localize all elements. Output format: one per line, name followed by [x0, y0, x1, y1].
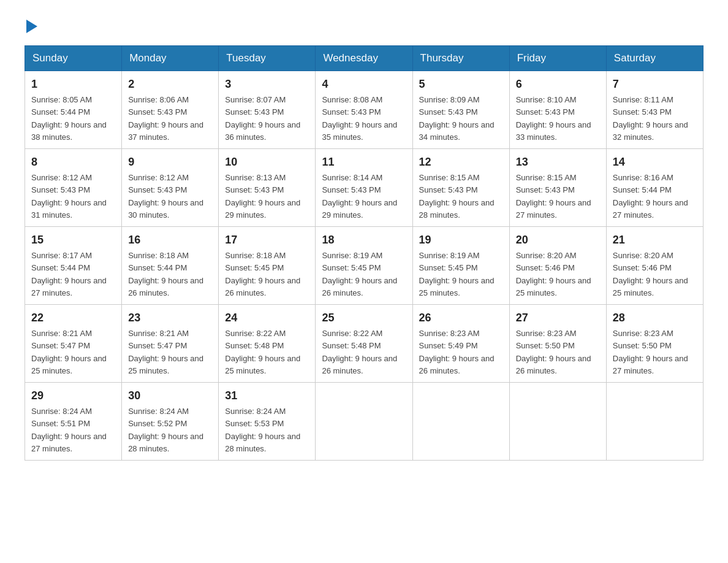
- day-info: Sunrise: 8:16 AMSunset: 5:44 PMDaylight:…: [613, 173, 688, 220]
- header-tuesday: Tuesday: [219, 46, 316, 71]
- day-number: 23: [128, 310, 212, 326]
- calendar-cell: 31 Sunrise: 8:24 AMSunset: 5:53 PMDaylig…: [219, 383, 316, 461]
- day-info: Sunrise: 8:19 AMSunset: 5:45 PMDaylight:…: [322, 251, 397, 297]
- day-info: Sunrise: 8:12 AMSunset: 5:43 PMDaylight:…: [128, 173, 203, 220]
- day-number: 8: [31, 154, 115, 170]
- calendar-cell: [606, 383, 703, 461]
- calendar-cell: 3 Sunrise: 8:07 AMSunset: 5:43 PMDayligh…: [219, 71, 316, 149]
- calendar-cell: 28 Sunrise: 8:23 AMSunset: 5:50 PMDaylig…: [606, 305, 703, 383]
- header-wednesday: Wednesday: [316, 46, 412, 71]
- calendar-cell: 11 Sunrise: 8:14 AMSunset: 5:43 PMDaylig…: [316, 149, 412, 227]
- day-info: Sunrise: 8:06 AMSunset: 5:43 PMDaylight:…: [128, 95, 203, 142]
- calendar-cell: 29 Sunrise: 8:24 AMSunset: 5:51 PMDaylig…: [25, 383, 122, 461]
- day-number: 9: [128, 154, 212, 170]
- calendar-cell: 1 Sunrise: 8:05 AMSunset: 5:44 PMDayligh…: [25, 71, 122, 149]
- calendar-cell: 23 Sunrise: 8:21 AMSunset: 5:47 PMDaylig…: [122, 305, 219, 383]
- calendar-week-1: 1 Sunrise: 8:05 AMSunset: 5:44 PMDayligh…: [25, 71, 703, 149]
- day-info: Sunrise: 8:19 AMSunset: 5:45 PMDaylight:…: [419, 251, 495, 297]
- calendar-week-4: 22 Sunrise: 8:21 AMSunset: 5:47 PMDaylig…: [25, 305, 703, 383]
- day-info: Sunrise: 8:23 AMSunset: 5:50 PMDaylight:…: [516, 329, 591, 375]
- day-info: Sunrise: 8:08 AMSunset: 5:43 PMDaylight:…: [322, 95, 397, 142]
- day-number: 13: [516, 154, 600, 170]
- day-info: Sunrise: 8:21 AMSunset: 5:47 PMDaylight:…: [128, 329, 203, 375]
- day-info: Sunrise: 8:17 AMSunset: 5:44 PMDaylight:…: [31, 251, 107, 297]
- calendar-cell: 20 Sunrise: 8:20 AMSunset: 5:46 PMDaylig…: [509, 227, 606, 305]
- calendar-table: SundayMondayTuesdayWednesdayThursdayFrid…: [25, 45, 703, 461]
- calendar-cell: 14 Sunrise: 8:16 AMSunset: 5:44 PMDaylig…: [606, 149, 703, 227]
- header-sunday: Sunday: [25, 46, 122, 71]
- calendar-cell: 15 Sunrise: 8:17 AMSunset: 5:44 PMDaylig…: [25, 227, 122, 305]
- calendar-cell: 13 Sunrise: 8:15 AMSunset: 5:43 PMDaylig…: [509, 149, 606, 227]
- day-number: 15: [31, 232, 115, 248]
- calendar-cell: 7 Sunrise: 8:11 AMSunset: 5:43 PMDayligh…: [606, 71, 703, 149]
- day-number: 7: [613, 76, 697, 93]
- day-info: Sunrise: 8:14 AMSunset: 5:43 PMDaylight:…: [322, 173, 397, 220]
- day-number: 30: [128, 388, 212, 404]
- calendar-cell: 2 Sunrise: 8:06 AMSunset: 5:43 PMDayligh…: [122, 71, 219, 149]
- calendar-week-5: 29 Sunrise: 8:24 AMSunset: 5:51 PMDaylig…: [25, 383, 703, 461]
- day-number: 3: [225, 76, 309, 93]
- calendar-cell: 5 Sunrise: 8:09 AMSunset: 5:43 PMDayligh…: [412, 71, 509, 149]
- calendar-cell: 19 Sunrise: 8:19 AMSunset: 5:45 PMDaylig…: [412, 227, 509, 305]
- day-info: Sunrise: 8:23 AMSunset: 5:49 PMDaylight:…: [419, 329, 495, 375]
- logo: [25, 18, 37, 33]
- calendar-cell: 17 Sunrise: 8:18 AMSunset: 5:45 PMDaylig…: [219, 227, 316, 305]
- calendar-cell: [316, 383, 412, 461]
- calendar-cell: 12 Sunrise: 8:15 AMSunset: 5:43 PMDaylig…: [412, 149, 509, 227]
- day-number: 25: [322, 310, 406, 326]
- calendar-cell: 22 Sunrise: 8:21 AMSunset: 5:47 PMDaylig…: [25, 305, 122, 383]
- day-info: Sunrise: 8:12 AMSunset: 5:43 PMDaylight:…: [31, 173, 107, 220]
- day-info: Sunrise: 8:22 AMSunset: 5:48 PMDaylight:…: [225, 329, 300, 375]
- header-saturday: Saturday: [606, 46, 703, 71]
- header-thursday: Thursday: [412, 46, 509, 71]
- calendar-cell: 26 Sunrise: 8:23 AMSunset: 5:49 PMDaylig…: [412, 305, 509, 383]
- day-info: Sunrise: 8:21 AMSunset: 5:47 PMDaylight:…: [31, 329, 107, 375]
- day-number: 29: [31, 388, 115, 404]
- calendar-cell: 18 Sunrise: 8:19 AMSunset: 5:45 PMDaylig…: [316, 227, 412, 305]
- day-number: 12: [419, 154, 503, 170]
- day-info: Sunrise: 8:18 AMSunset: 5:44 PMDaylight:…: [128, 251, 203, 297]
- calendar-week-2: 8 Sunrise: 8:12 AMSunset: 5:43 PMDayligh…: [25, 149, 703, 227]
- day-number: 1: [31, 76, 115, 93]
- calendar-cell: 4 Sunrise: 8:08 AMSunset: 5:43 PMDayligh…: [316, 71, 412, 149]
- day-number: 21: [613, 232, 697, 248]
- day-number: 2: [128, 76, 212, 93]
- day-info: Sunrise: 8:07 AMSunset: 5:43 PMDaylight:…: [225, 95, 300, 142]
- day-info: Sunrise: 8:05 AMSunset: 5:44 PMDaylight:…: [31, 95, 107, 142]
- day-number: 19: [419, 232, 503, 248]
- day-info: Sunrise: 8:18 AMSunset: 5:45 PMDaylight:…: [225, 251, 300, 297]
- calendar-cell: [509, 383, 606, 461]
- day-info: Sunrise: 8:13 AMSunset: 5:43 PMDaylight:…: [225, 173, 300, 220]
- day-number: 27: [516, 310, 600, 326]
- day-info: Sunrise: 8:09 AMSunset: 5:43 PMDaylight:…: [419, 95, 495, 142]
- header-monday: Monday: [122, 46, 219, 71]
- day-info: Sunrise: 8:20 AMSunset: 5:46 PMDaylight:…: [613, 251, 688, 297]
- calendar-week-3: 15 Sunrise: 8:17 AMSunset: 5:44 PMDaylig…: [25, 227, 703, 305]
- calendar-cell: 30 Sunrise: 8:24 AMSunset: 5:52 PMDaylig…: [122, 383, 219, 461]
- day-number: 10: [225, 154, 309, 170]
- day-number: 24: [225, 310, 309, 326]
- day-number: 26: [419, 310, 503, 326]
- day-info: Sunrise: 8:23 AMSunset: 5:50 PMDaylight:…: [613, 329, 688, 375]
- day-number: 6: [516, 76, 600, 93]
- day-info: Sunrise: 8:15 AMSunset: 5:43 PMDaylight:…: [419, 173, 495, 220]
- day-number: 5: [419, 76, 503, 93]
- day-info: Sunrise: 8:11 AMSunset: 5:43 PMDaylight:…: [613, 95, 688, 142]
- calendar-cell: 10 Sunrise: 8:13 AMSunset: 5:43 PMDaylig…: [219, 149, 316, 227]
- day-number: 14: [613, 154, 697, 170]
- calendar-cell: 21 Sunrise: 8:20 AMSunset: 5:46 PMDaylig…: [606, 227, 703, 305]
- day-number: 20: [516, 232, 600, 248]
- day-number: 11: [322, 154, 406, 170]
- page-header: [25, 18, 703, 33]
- day-number: 17: [225, 232, 309, 248]
- day-info: Sunrise: 8:24 AMSunset: 5:53 PMDaylight:…: [225, 407, 300, 453]
- logo-arrow-icon: [26, 20, 37, 33]
- calendar-cell: 8 Sunrise: 8:12 AMSunset: 5:43 PMDayligh…: [25, 149, 122, 227]
- calendar-cell: 16 Sunrise: 8:18 AMSunset: 5:44 PMDaylig…: [122, 227, 219, 305]
- calendar-header-row: SundayMondayTuesdayWednesdayThursdayFrid…: [25, 46, 703, 71]
- day-info: Sunrise: 8:24 AMSunset: 5:52 PMDaylight:…: [128, 407, 203, 453]
- day-number: 22: [31, 310, 115, 326]
- calendar-cell: 24 Sunrise: 8:22 AMSunset: 5:48 PMDaylig…: [219, 305, 316, 383]
- day-number: 4: [322, 76, 406, 93]
- calendar-cell: 6 Sunrise: 8:10 AMSunset: 5:43 PMDayligh…: [509, 71, 606, 149]
